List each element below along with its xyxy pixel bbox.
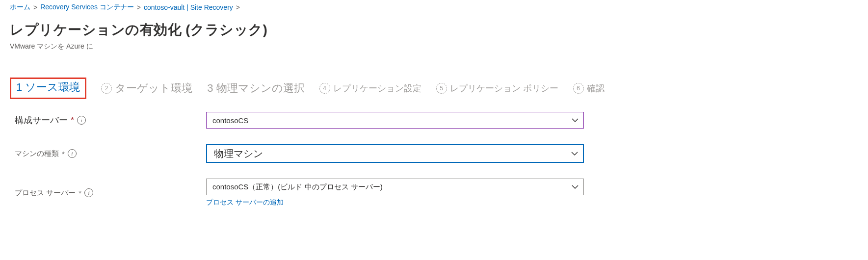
info-icon[interactable]: i <box>84 188 93 197</box>
label-machine-type: マシンの種類 * i <box>15 149 206 158</box>
select-value: contosoCS（正常）(ビルド 中のプロセス サーバー) <box>212 182 383 192</box>
info-icon[interactable]: i <box>68 149 77 158</box>
step-label: 物理マシンの選択 <box>216 81 305 96</box>
step-source-env[interactable]: 1 ソース環境 <box>10 78 86 99</box>
select-process-server[interactable]: contosoCS（正常）(ビルド 中のプロセス サーバー) <box>206 179 584 195</box>
select-value: contosoCS <box>212 116 248 125</box>
chevron-down-icon <box>572 117 579 124</box>
step-confirm[interactable]: 6 確認 <box>573 82 605 94</box>
wizard-steps: 1 ソース環境 2 ターゲット環境 3 物理マシンの選択 4 レプリケーション設… <box>10 78 868 99</box>
breadcrumb: ホーム > Recovery Services コンテナー > contoso-… <box>0 0 868 12</box>
step-number-circle: 2 <box>101 83 112 94</box>
step-replication-settings[interactable]: 4 レプリケーション設定 <box>319 82 421 94</box>
form-source-environment: 構成サーバー * i contosoCS マシンの種類 * i 物理マシン プロ… <box>15 112 868 207</box>
step-label: 確認 <box>587 82 605 94</box>
select-config-server[interactable]: contosoCS <box>206 112 584 129</box>
label-config-server: 構成サーバー * i <box>15 114 206 126</box>
step-select-physical-machines[interactable]: 3 物理マシンの選択 <box>207 81 304 96</box>
breadcrumb-sep-3: > <box>236 3 240 11</box>
step-replication-policy[interactable]: 5 レプリケーション ポリシー <box>436 82 558 94</box>
label-text: マシンの種類 <box>15 149 59 158</box>
row-process-server: プロセス サーバー * i contosoCS（正常）(ビルド 中のプロセス サ… <box>15 179 868 207</box>
step-label: レプリケーション ポリシー <box>450 82 558 94</box>
page-title: レプリケーションの有効化 (クラシック) <box>10 21 858 39</box>
step-number: 1 <box>16 81 22 94</box>
step-number-circle: 5 <box>436 83 447 94</box>
breadcrumb-rs-containers[interactable]: Recovery Services コンテナー <box>40 3 134 12</box>
label-text: プロセス サーバー <box>15 188 76 198</box>
required-mark: * <box>71 115 74 126</box>
required-mark: * <box>79 189 81 197</box>
select-value: 物理マシン <box>214 147 263 160</box>
step-target-env[interactable]: 2 ターゲット環境 <box>101 81 192 96</box>
step-number-circle: 4 <box>319 83 330 94</box>
step-number-circle: 6 <box>573 83 584 94</box>
step-label: レプリケーション設定 <box>333 82 421 94</box>
select-machine-type[interactable]: 物理マシン <box>206 144 584 163</box>
page-header: レプリケーションの有効化 (クラシック) VMware マシンを Azure に <box>0 12 868 51</box>
add-process-server-link[interactable]: プロセス サーバーの追加 <box>206 198 284 206</box>
add-process-server-link-wrap: プロセス サーバーの追加 <box>206 198 584 207</box>
info-icon[interactable]: i <box>77 116 86 125</box>
row-config-server: 構成サーバー * i contosoCS <box>15 112 868 129</box>
label-text: 構成サーバー <box>15 114 68 126</box>
page-subtitle: VMware マシンを Azure に <box>10 42 858 51</box>
row-machine-type: マシンの種類 * i 物理マシン <box>15 144 868 163</box>
step-number: 3 <box>207 82 213 95</box>
required-mark: * <box>62 150 65 158</box>
breadcrumb-sep-2: > <box>137 3 141 11</box>
breadcrumb-vault[interactable]: contoso-vault | Site Recovery <box>144 3 233 11</box>
breadcrumb-home[interactable]: ホーム <box>10 3 30 12</box>
breadcrumb-sep-1: > <box>33 3 37 11</box>
step-label: ターゲット環境 <box>115 81 192 96</box>
chevron-down-icon <box>572 183 579 190</box>
step-label: ソース環境 <box>25 80 80 95</box>
label-process-server: プロセス サーバー * i <box>15 188 206 198</box>
chevron-down-icon <box>571 150 578 157</box>
